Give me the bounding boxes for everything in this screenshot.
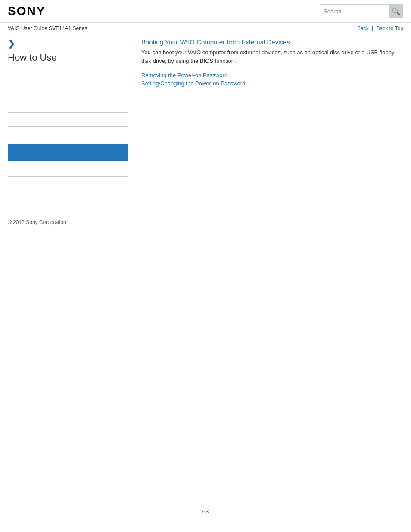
article-title[interactable]: Booting Your VAIO Computer from External… (141, 38, 290, 46)
nav-separator: | (372, 25, 373, 31)
search-box: 🔍 (320, 4, 403, 18)
page-header: SONY 🔍 (0, 0, 411, 23)
sidebar-item-6[interactable] (8, 165, 128, 177)
sidebar: ❯ How to Use (8, 38, 137, 206)
main-container: ❯ How to Use Booting Your VAIO Computer … (0, 34, 411, 210)
sidebar-item-1[interactable] (8, 73, 128, 85)
content-divider (141, 92, 403, 92)
nav-links: Back | Back to Top (357, 25, 403, 31)
sub-link-2[interactable]: Setting/Changing the Power-on Password (141, 80, 403, 87)
sub-link-1[interactable]: Removing the Power-on Password (141, 72, 403, 78)
sidebar-item-3[interactable] (8, 101, 128, 113)
back-link[interactable]: Back (357, 25, 369, 31)
sidebar-title: How to Use (8, 52, 128, 68)
page-footer: © 2012 Sony Corporation (0, 210, 411, 230)
copyright-text: © 2012 Sony Corporation (8, 219, 66, 225)
sidebar-item-7[interactable] (8, 178, 128, 190)
sidebar-item-4[interactable] (8, 115, 128, 127)
sony-logo: SONY (8, 4, 45, 18)
chevron-icon: ❯ (8, 38, 128, 49)
sidebar-item-2[interactable] (8, 87, 128, 99)
sub-header: VAIO User Guide SVE14A1 Series Back | Ba… (0, 23, 411, 34)
sidebar-item-8[interactable] (8, 192, 128, 204)
search-button[interactable]: 🔍 (389, 4, 403, 18)
sidebar-item-5[interactable] (8, 128, 128, 140)
guide-title: VAIO User Guide SVE14A1 Series (8, 25, 87, 31)
back-to-top-link[interactable]: Back to Top (377, 25, 403, 31)
article-description: You can boot your VAIO computer from ext… (141, 48, 403, 65)
content-area: Booting Your VAIO Computer from External… (137, 38, 403, 206)
search-input[interactable] (320, 8, 389, 15)
page-number: 63 (202, 504, 209, 519)
sub-links-container: Removing the Power-on Password Setting/C… (141, 72, 403, 87)
sidebar-item-highlighted[interactable] (8, 144, 128, 161)
